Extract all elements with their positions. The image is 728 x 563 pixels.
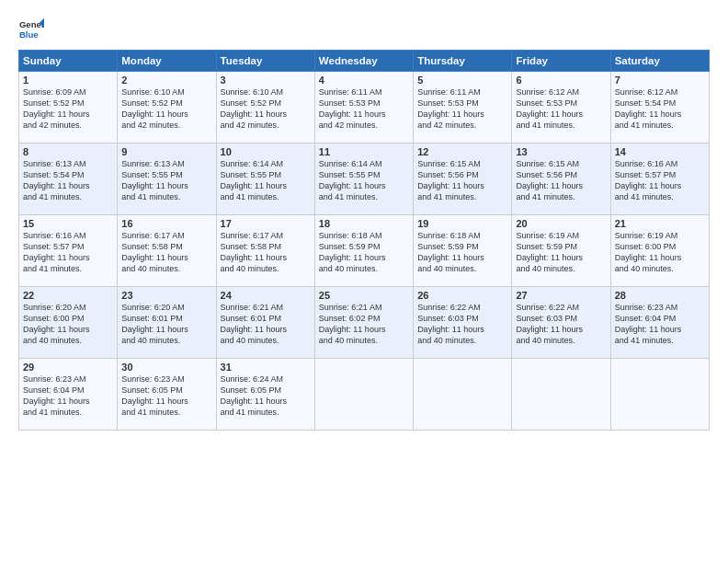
day-number: 30 [121,362,211,373]
calendar-cell [414,359,512,431]
day-info: Sunrise: 6:15 AM Sunset: 5:56 PM Dayligh… [516,158,606,203]
day-info: Sunrise: 6:21 AM Sunset: 6:01 PM Dayligh… [221,302,311,347]
day-info: Sunrise: 6:17 AM Sunset: 5:58 PM Dayligh… [221,230,311,275]
day-number: 1 [23,75,113,86]
calendar-cell: 12Sunrise: 6:15 AM Sunset: 5:56 PM Dayli… [414,144,512,215]
calendar-cell: 20Sunrise: 6:19 AM Sunset: 5:59 PM Dayli… [512,215,610,287]
day-of-week-header: Sunday [19,51,118,72]
day-number: 12 [417,146,507,157]
calendar-cell: 2Sunrise: 6:10 AM Sunset: 5:52 PM Daylig… [118,72,216,144]
calendar-cell: 8Sunrise: 6:13 AM Sunset: 5:54 PM Daylig… [19,144,118,215]
calendar-cell: 5Sunrise: 6:11 AM Sunset: 5:53 PM Daylig… [414,72,512,144]
day-info: Sunrise: 6:12 AM Sunset: 5:53 PM Dayligh… [516,86,606,132]
day-info: Sunrise: 6:14 AM Sunset: 5:55 PM Dayligh… [319,158,409,203]
calendar-week-row: 8Sunrise: 6:13 AM Sunset: 5:54 PM Daylig… [19,144,710,215]
day-of-week-header: Saturday [610,51,709,72]
calendar-cell: 30Sunrise: 6:23 AM Sunset: 6:05 PM Dayli… [118,359,216,431]
day-info: Sunrise: 6:10 AM Sunset: 5:52 PM Dayligh… [121,86,211,132]
day-info: Sunrise: 6:11 AM Sunset: 5:53 PM Dayligh… [319,86,409,132]
day-info: Sunrise: 6:17 AM Sunset: 5:58 PM Dayligh… [121,230,211,275]
day-info: Sunrise: 6:10 AM Sunset: 5:52 PM Dayligh… [221,86,311,132]
logo-icon: General Blue [18,17,44,42]
day-number: 18 [319,218,409,229]
day-info: Sunrise: 6:24 AM Sunset: 6:05 PM Dayligh… [221,373,311,419]
calendar-body: 1Sunrise: 6:09 AM Sunset: 5:52 PM Daylig… [19,72,710,431]
calendar-cell: 23Sunrise: 6:20 AM Sunset: 6:01 PM Dayli… [118,287,216,359]
calendar-header-row: SundayMondayTuesdayWednesdayThursdayFrid… [19,51,710,72]
day-number: 31 [221,362,311,373]
calendar-cell: 7Sunrise: 6:12 AM Sunset: 5:54 PM Daylig… [610,72,709,144]
day-number: 29 [23,362,113,373]
day-number: 10 [221,146,311,157]
day-number: 27 [516,290,606,301]
calendar-cell: 25Sunrise: 6:21 AM Sunset: 6:02 PM Dayli… [314,287,413,359]
day-number: 19 [417,218,507,229]
calendar-week-row: 22Sunrise: 6:20 AM Sunset: 6:00 PM Dayli… [19,287,710,359]
calendar-cell: 16Sunrise: 6:17 AM Sunset: 5:58 PM Dayli… [118,215,216,287]
day-number: 3 [221,75,311,86]
day-of-week-header: Tuesday [216,51,314,72]
calendar-cell: 10Sunrise: 6:14 AM Sunset: 5:55 PM Dayli… [216,144,314,215]
day-info: Sunrise: 6:14 AM Sunset: 5:55 PM Dayligh… [221,158,311,203]
svg-text:General: General [19,19,44,29]
header: General Blue [18,17,710,42]
calendar-cell [610,359,709,431]
calendar-cell: 19Sunrise: 6:18 AM Sunset: 5:59 PM Dayli… [414,215,512,287]
calendar-cell [512,359,610,431]
day-number: 9 [121,146,211,157]
calendar-week-row: 1Sunrise: 6:09 AM Sunset: 5:52 PM Daylig… [19,72,710,144]
day-info: Sunrise: 6:16 AM Sunset: 5:57 PM Dayligh… [615,158,705,203]
calendar-cell: 6Sunrise: 6:12 AM Sunset: 5:53 PM Daylig… [512,72,610,144]
day-number: 8 [23,146,113,157]
calendar-cell: 14Sunrise: 6:16 AM Sunset: 5:57 PM Dayli… [610,144,709,215]
day-number: 5 [417,75,507,86]
calendar-cell: 1Sunrise: 6:09 AM Sunset: 5:52 PM Daylig… [19,72,118,144]
day-number: 25 [319,290,409,301]
day-info: Sunrise: 6:23 AM Sunset: 6:05 PM Dayligh… [121,373,211,419]
calendar-cell: 31Sunrise: 6:24 AM Sunset: 6:05 PM Dayli… [216,359,314,431]
calendar-cell: 27Sunrise: 6:22 AM Sunset: 6:03 PM Dayli… [512,287,610,359]
day-number: 23 [121,290,211,301]
day-of-week-header: Wednesday [314,51,413,72]
day-number: 24 [221,290,311,301]
day-info: Sunrise: 6:16 AM Sunset: 5:57 PM Dayligh… [23,230,113,275]
calendar-cell: 13Sunrise: 6:15 AM Sunset: 5:56 PM Dayli… [512,144,610,215]
day-number: 17 [221,218,311,229]
day-info: Sunrise: 6:18 AM Sunset: 5:59 PM Dayligh… [319,230,409,275]
day-info: Sunrise: 6:09 AM Sunset: 5:52 PM Dayligh… [23,86,113,132]
calendar-cell: 11Sunrise: 6:14 AM Sunset: 5:55 PM Dayli… [314,144,413,215]
day-info: Sunrise: 6:19 AM Sunset: 5:59 PM Dayligh… [516,230,606,275]
logo: General Blue [18,17,44,42]
calendar-cell: 17Sunrise: 6:17 AM Sunset: 5:58 PM Dayli… [216,215,314,287]
calendar-cell: 21Sunrise: 6:19 AM Sunset: 6:00 PM Dayli… [610,215,709,287]
day-number: 6 [516,75,606,86]
day-number: 15 [23,218,113,229]
calendar-cell: 26Sunrise: 6:22 AM Sunset: 6:03 PM Dayli… [414,287,512,359]
day-info: Sunrise: 6:13 AM Sunset: 5:54 PM Dayligh… [23,158,113,203]
day-info: Sunrise: 6:21 AM Sunset: 6:02 PM Dayligh… [319,302,409,347]
day-number: 20 [516,218,606,229]
day-info: Sunrise: 6:12 AM Sunset: 5:54 PM Dayligh… [615,86,705,132]
day-info: Sunrise: 6:23 AM Sunset: 6:04 PM Dayligh… [615,302,705,347]
calendar-cell: 18Sunrise: 6:18 AM Sunset: 5:59 PM Dayli… [314,215,413,287]
day-info: Sunrise: 6:22 AM Sunset: 6:03 PM Dayligh… [516,302,606,347]
day-info: Sunrise: 6:11 AM Sunset: 5:53 PM Dayligh… [417,86,507,132]
day-info: Sunrise: 6:15 AM Sunset: 5:56 PM Dayligh… [417,158,507,203]
day-info: Sunrise: 6:23 AM Sunset: 6:04 PM Dayligh… [23,373,113,419]
calendar-cell: 22Sunrise: 6:20 AM Sunset: 6:00 PM Dayli… [19,287,118,359]
day-number: 7 [615,75,705,86]
day-number: 13 [516,146,606,157]
day-info: Sunrise: 6:22 AM Sunset: 6:03 PM Dayligh… [417,302,507,347]
day-number: 28 [615,290,705,301]
day-of-week-header: Thursday [414,51,512,72]
calendar-table: SundayMondayTuesdayWednesdayThursdayFrid… [18,50,710,431]
calendar-cell: 15Sunrise: 6:16 AM Sunset: 5:57 PM Dayli… [19,215,118,287]
day-of-week-header: Monday [118,51,216,72]
calendar-cell: 29Sunrise: 6:23 AM Sunset: 6:04 PM Dayli… [19,359,118,431]
day-info: Sunrise: 6:18 AM Sunset: 5:59 PM Dayligh… [417,230,507,275]
calendar-cell: 4Sunrise: 6:11 AM Sunset: 5:53 PM Daylig… [314,72,413,144]
day-info: Sunrise: 6:13 AM Sunset: 5:55 PM Dayligh… [121,158,211,203]
day-number: 22 [23,290,113,301]
calendar-cell: 28Sunrise: 6:23 AM Sunset: 6:04 PM Dayli… [610,287,709,359]
day-info: Sunrise: 6:20 AM Sunset: 6:01 PM Dayligh… [121,302,211,347]
